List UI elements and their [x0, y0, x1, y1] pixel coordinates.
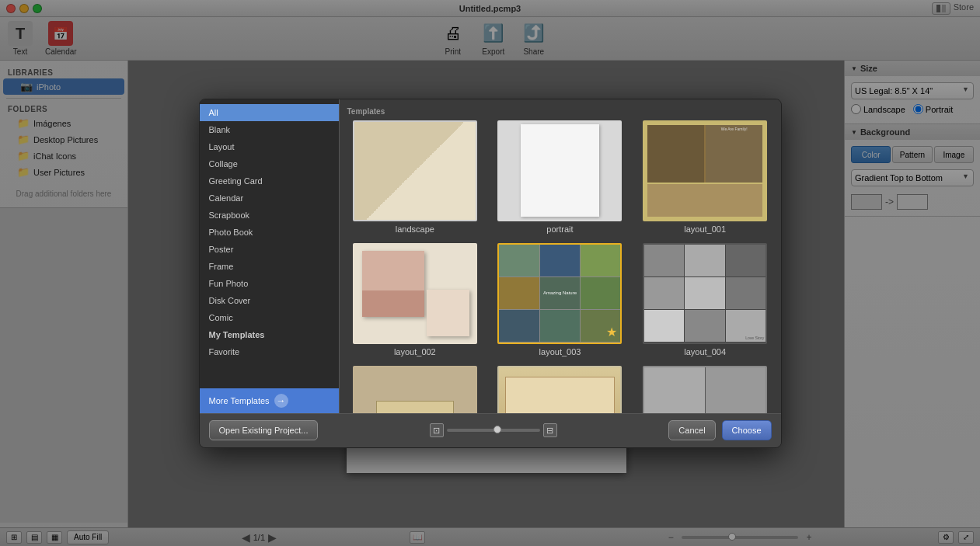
layout001-photo1	[647, 125, 704, 183]
template-thumb-layout003: Amazing Nature ★	[497, 243, 622, 344]
template-thumb-landscape	[353, 120, 477, 221]
template-layout006[interactable]	[492, 366, 628, 413]
bw-cell-6	[726, 277, 766, 309]
portrait-preview	[521, 124, 599, 217]
template-layout003[interactable]: Amazing Nature ★ layout_003	[492, 243, 628, 356]
zoom-large-icon[interactable]: ⊟	[543, 423, 557, 437]
template-layout004[interactable]: Love Story layout_004	[637, 243, 773, 356]
modal-footer-right: Cancel Choose	[668, 420, 771, 440]
photo-bottom	[362, 290, 424, 317]
nature-cell-1	[499, 245, 539, 276]
modal-item-collage[interactable]: Collage	[200, 155, 339, 172]
modal-content: Templates landscape portrait	[340, 99, 781, 413]
more-templates-label: More Templates	[209, 396, 270, 405]
modal-item-scrapbook[interactable]: Scrapbook	[200, 207, 339, 224]
templates-grid: landscape portrait	[347, 120, 773, 413]
nature-cell-6	[581, 277, 620, 309]
template-portrait[interactable]: portrait	[492, 120, 628, 234]
modal-item-layout[interactable]: Layout	[200, 138, 339, 155]
business-card: Love Your Memories	[376, 401, 454, 413]
template-layout001[interactable]: We Are Family! layout_001	[637, 120, 773, 234]
template-landscape[interactable]: landscape	[347, 120, 483, 234]
template-layout007[interactable]	[637, 366, 773, 413]
layout001-text: We Are Family!	[706, 125, 762, 134]
nature-cell-2	[540, 245, 580, 276]
modal-footer: Open Existing Project... ⊡ ⊟ Cancel Choo…	[200, 413, 781, 447]
modal-overlay: All Blank Layout Collage Greeting Card C…	[0, 0, 980, 546]
zoom-small-icon[interactable]: ⊡	[430, 423, 444, 437]
modal-item-fun-photo[interactable]: Fun Photo	[200, 275, 339, 292]
modal-item-photo-book[interactable]: Photo Book	[200, 224, 339, 241]
more-arrow-icon: →	[274, 394, 288, 408]
zoom-knob[interactable]	[493, 426, 501, 433]
bw2-cell-2	[706, 367, 766, 413]
modal-item-all[interactable]: All	[200, 104, 339, 121]
nature-preview: Amazing Nature	[499, 245, 620, 343]
portrait-photo-area	[362, 251, 424, 317]
modal-footer-left: Open Existing Project...	[209, 420, 319, 440]
template-thumb-layout001: We Are Family!	[643, 120, 767, 221]
template-thumb-portrait	[497, 120, 622, 221]
template-chooser-modal: All Blank Layout Collage Greeting Card C…	[199, 99, 782, 448]
template-thumb-layout002	[353, 243, 477, 344]
template-thumb-layout006	[497, 366, 622, 413]
bw-cell-8	[685, 310, 724, 342]
more-templates-button[interactable]: More Templates →	[200, 388, 339, 413]
bw-cell-9: Love Story	[726, 310, 766, 342]
nature-cell-7	[499, 310, 539, 342]
modal-item-comic[interactable]: Comic	[200, 309, 339, 326]
modal-item-my-templates[interactable]: My Templates	[200, 326, 339, 343]
templates-section-label: Templates	[347, 107, 773, 116]
choose-button[interactable]: Choose	[722, 420, 772, 440]
photo-top	[362, 251, 424, 290]
more-templates-area: More Templates →	[200, 388, 339, 413]
modal-body: All Blank Layout Collage Greeting Card C…	[200, 99, 781, 413]
nature-cell-4	[499, 277, 539, 309]
open-existing-button[interactable]: Open Existing Project...	[209, 420, 319, 440]
bw-cell-5	[685, 277, 724, 309]
flower-area	[427, 290, 469, 336]
bw-cell-3	[726, 245, 766, 276]
bw-cell-4	[644, 277, 684, 309]
modal-item-greeting-card[interactable]: Greeting Card	[200, 172, 339, 190]
layout001-preview: We Are Family!	[644, 122, 766, 220]
zoom-slider[interactable]	[447, 429, 540, 432]
modal-item-disk-cover[interactable]: Disk Cover	[200, 292, 339, 309]
nature-cell-8	[540, 310, 580, 342]
modal-item-frame[interactable]: Frame	[200, 258, 339, 275]
bw-preview: Love Story	[644, 245, 766, 343]
star-badge: ★	[606, 325, 617, 339]
template-name-layout002: layout_002	[394, 347, 436, 356]
modal-item-blank[interactable]: Blank	[200, 121, 339, 138]
template-name-layout004: layout_004	[684, 347, 726, 356]
cancel-button[interactable]: Cancel	[668, 420, 715, 440]
template-layout002[interactable]: layout_002	[347, 243, 483, 356]
modal-item-poster[interactable]: Poster	[200, 241, 339, 258]
zoom-controls: ⊡ ⊟	[430, 423, 557, 437]
layout001-photo2: We Are Family!	[706, 125, 762, 183]
card-inner	[505, 377, 614, 412]
template-name-portrait: portrait	[546, 224, 573, 234]
layout001-bottom	[647, 184, 762, 216]
landscape-preview	[354, 122, 476, 220]
template-name-landscape: landscape	[396, 224, 434, 234]
bw-cell-2	[685, 245, 724, 276]
bw-cell-1	[644, 245, 684, 276]
modal-item-favorite[interactable]: Favorite	[200, 343, 339, 360]
template-name-layout003: layout_003	[539, 347, 581, 356]
card-preview	[499, 367, 620, 413]
template-layout005[interactable]: Love Your Memories	[347, 366, 483, 413]
template-thumb-layout005: Love Your Memories	[353, 366, 477, 413]
template-name-layout001: layout_001	[684, 224, 726, 234]
business-preview: Love Your Memories	[354, 367, 476, 413]
bw2-cell-1	[644, 367, 705, 413]
template-thumb-layout004: Love Story	[643, 243, 767, 344]
nature-cell-3	[581, 245, 620, 276]
layout001-photos: We Are Family!	[647, 125, 762, 183]
bw2-preview	[644, 367, 766, 413]
template-thumb-layout007	[643, 366, 767, 413]
modal-sidebar: All Blank Layout Collage Greeting Card C…	[200, 99, 340, 413]
bw-cell-7	[644, 310, 684, 342]
modal-item-calendar[interactable]: Calendar	[200, 190, 339, 207]
nature-cell-5: Amazing Nature	[540, 277, 580, 309]
